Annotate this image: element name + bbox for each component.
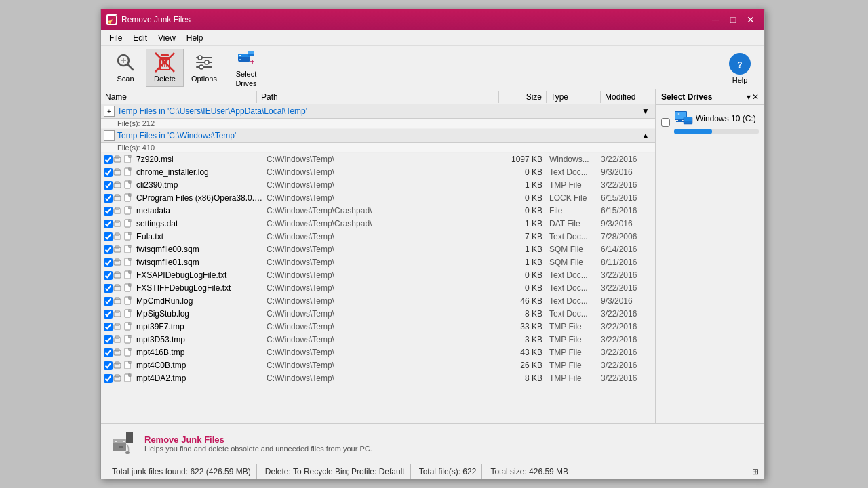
group-title-1: Temp Files in 'C:\Users\IEUser\AppData\L… (117, 106, 642, 116)
file-edit-6[interactable] (112, 231, 123, 242)
file-row[interactable]: MpSigStub.log C:\Windows\Temp\ 8 KB Text… (101, 308, 655, 321)
file-row[interactable]: settings.dat C:\Windows\Temp\Crashpad\ 1… (101, 218, 655, 230)
file-edit-7[interactable] (112, 244, 123, 255)
file-name-17: mpt4DA2.tmp (135, 373, 264, 383)
file-row[interactable]: FXSTIFFDebugLogFile.txt C:\Windows\Temp\… (101, 282, 655, 295)
file-row[interactable]: Eula.txt C:\Windows\Temp\ 7 KB Text Doc.… (101, 230, 655, 243)
expand-btn-2[interactable]: − (104, 130, 115, 141)
file-edit-11[interactable] (112, 296, 123, 306)
menubar: File Edit View Help (101, 30, 764, 46)
file-edit-13[interactable] (112, 321, 123, 332)
minimize-button[interactable]: ─ (707, 13, 724, 26)
maximize-button[interactable]: □ (725, 13, 741, 26)
file-checkbox-9[interactable] (101, 270, 112, 281)
file-checkbox-17[interactable] (101, 373, 112, 384)
status-icon[interactable]: ⊞ (752, 467, 759, 476)
file-checkbox-13[interactable] (101, 321, 112, 332)
expand-btn-1[interactable]: + (104, 106, 115, 117)
file-checkbox-11[interactable] (101, 296, 112, 306)
file-row[interactable]: mpt3D53.tmp C:\Windows\Temp\ 3 KB TMP Fi… (101, 333, 655, 346)
group-collapse-arrow-2[interactable]: ▲ (642, 131, 652, 140)
svg-rect-104 (678, 120, 682, 121)
file-row[interactable]: 7z920.msi C:\Windows\Temp\ 1097 KB Windo… (101, 153, 655, 166)
file-modified-3: 6/15/2016 (601, 193, 655, 203)
group-collapse-arrow-1[interactable]: ▼ (642, 106, 652, 116)
file-edit-2[interactable] (112, 180, 123, 190)
delete-button[interactable]: Delete (146, 49, 184, 87)
menu-file[interactable]: File (104, 32, 127, 44)
file-checkbox-12[interactable] (101, 308, 112, 319)
file-row[interactable]: metadata C:\Windows\Temp\Crashpad\ 0 KB … (101, 205, 655, 218)
file-row[interactable]: fwtsqmfile00.sqm C:\Windows\Temp\ 1 KB S… (101, 243, 655, 256)
file-checkbox-10[interactable] (101, 283, 112, 293)
file-row[interactable]: mpt4DA2.tmp C:\Windows\Temp\ 8 KB TMP Fi… (101, 372, 655, 385)
col-modified-header[interactable]: Modified (601, 91, 655, 103)
file-row[interactable]: chrome_installer.log C:\Windows\Temp\ 0 … (101, 166, 655, 179)
file-type-10: Text Doc... (547, 283, 601, 293)
file-checkbox-4[interactable] (101, 205, 112, 216)
file-edit-8[interactable] (112, 257, 123, 268)
help-button[interactable]: ? Help (721, 49, 759, 87)
file-checkbox-3[interactable] (101, 192, 112, 203)
file-checkbox-14[interactable] (101, 334, 112, 345)
select-drives-button[interactable]: Select Drives (224, 49, 268, 87)
file-checkbox-5[interactable] (101, 218, 112, 229)
file-edit-15[interactable] (112, 347, 123, 358)
file-row[interactable]: MpCmdRun.log C:\Windows\Temp\ 46 KB Text… (101, 295, 655, 308)
scan-button[interactable]: Scan (106, 49, 144, 87)
file-path-8: C:\Windows\Temp\ (264, 258, 499, 267)
col-name-header[interactable]: Name (101, 91, 257, 103)
file-checkbox-15[interactable] (101, 347, 112, 358)
file-edit-17[interactable] (112, 373, 123, 384)
close-button[interactable]: ✕ (743, 13, 759, 26)
file-row[interactable]: mpt416B.tmp C:\Windows\Temp\ 43 KB TMP F… (101, 346, 655, 359)
file-list[interactable]: + Temp Files in 'C:\Users\IEUser\AppData… (101, 104, 655, 423)
file-row[interactable]: cli2390.tmp C:\Windows\Temp\ 1 KB TMP Fi… (101, 179, 655, 192)
file-checkbox-16[interactable] (101, 360, 112, 371)
file-row[interactable]: FXSAPIDebugLogFile.txt C:\Windows\Temp\ … (101, 269, 655, 282)
file-modified-16: 3/22/2016 (601, 361, 655, 370)
file-edit-3[interactable] (112, 192, 123, 203)
file-size-12: 8 KB (499, 309, 547, 319)
svg-rect-16 (196, 66, 212, 68)
file-checkbox-8[interactable] (101, 257, 112, 268)
file-edit-10[interactable] (112, 283, 123, 293)
file-checkbox-0[interactable] (101, 154, 112, 165)
drive-checkbox-c[interactable] (661, 118, 670, 127)
side-panel-title: Select Drives (661, 92, 712, 102)
menu-view[interactable]: View (153, 32, 181, 44)
file-icon-6 (123, 231, 134, 242)
group-header-1[interactable]: + Temp Files in 'C:\Users\IEUser\AppData… (101, 104, 655, 119)
col-size-header[interactable]: Size (499, 91, 547, 103)
side-panel-close[interactable]: ✕ (752, 92, 759, 102)
file-row[interactable]: fwtsqmfile01.sqm C:\Windows\Temp\ 1 KB S… (101, 256, 655, 269)
col-type-header[interactable]: Type (547, 91, 601, 103)
svg-text:?: ? (737, 60, 742, 70)
file-edit-5[interactable] (112, 218, 123, 229)
file-edit-12[interactable] (112, 308, 123, 319)
menu-help[interactable]: Help (181, 32, 209, 44)
file-edit-16[interactable] (112, 360, 123, 371)
col-path-header[interactable]: Path (257, 91, 499, 103)
options-button[interactable]: Options (185, 49, 223, 87)
file-checkbox-1[interactable] (101, 167, 112, 178)
file-edit-4[interactable] (112, 205, 123, 216)
file-row[interactable]: mpt4C0B.tmp C:\Windows\Temp\ 26 KB TMP F… (101, 359, 655, 372)
file-edit-0[interactable] (112, 154, 123, 165)
group-header-2[interactable]: − Temp Files in 'C:\Windows\Temp' ▲ (101, 129, 655, 143)
file-checkbox-2[interactable] (101, 180, 112, 190)
svg-rect-105 (676, 121, 684, 122)
svg-rect-37 (129, 168, 131, 170)
file-row[interactable]: mpt39F7.tmp C:\Windows\Temp\ 33 KB TMP F… (101, 321, 655, 333)
side-panel-dropdown[interactable]: ▾ (747, 92, 751, 102)
menu-edit[interactable]: Edit (127, 32, 153, 44)
file-edit-14[interactable] (112, 334, 123, 345)
drive-label-c: Windows 10 (C:) (696, 114, 756, 123)
file-edit-1[interactable] (112, 167, 123, 178)
file-edit-9[interactable] (112, 270, 123, 281)
file-row[interactable]: CProgram Files (x86)Opera38.0.22... C:\W… (101, 192, 655, 205)
file-checkbox-7[interactable] (101, 244, 112, 255)
drive-item-c[interactable]: Windows 10 (C:) (656, 105, 764, 139)
file-type-8: SQM File (547, 258, 601, 267)
file-checkbox-6[interactable] (101, 231, 112, 242)
